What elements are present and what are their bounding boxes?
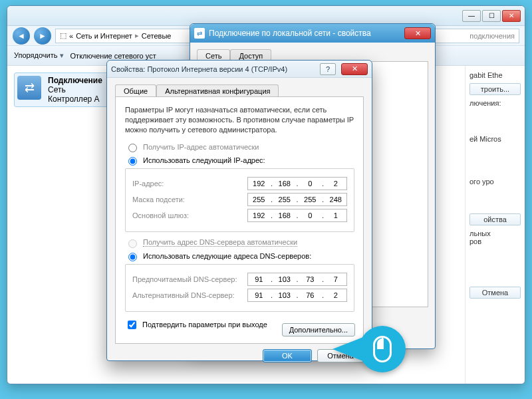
ip-group: IP-адрес: 192. 168. 0. 2 Маска подсети: … <box>125 168 354 232</box>
close-button[interactable]: ✕ <box>341 63 368 75</box>
text-fragment: льных ров <box>469 229 521 245</box>
field-label: Маска подсети: <box>132 196 242 203</box>
radio-label: Получить адрес DNS-сервера автоматически <box>143 238 297 247</box>
radio-label: Использовать следующие адреса DNS-сервер… <box>143 252 311 260</box>
dns-manual-radio[interactable] <box>128 253 137 261</box>
text-fragment: ей Micros <box>469 135 521 143</box>
field-label: Основной шлюз: <box>132 211 242 219</box>
text-fragment: ого уро <box>469 178 521 186</box>
network-icon: ⇄ <box>194 28 205 39</box>
disable-device-button[interactable]: Отключение сетевого уст <box>70 52 156 60</box>
connection-line: Контроллер A <box>48 94 102 104</box>
gateway-input[interactable]: 192. 168. 0. 1 <box>247 209 347 222</box>
dialog-titlebar[interactable]: ⇄ Подключение по локальной сети - свойст… <box>190 24 435 43</box>
text-fragment: gabit Ethe <box>469 71 521 79</box>
dialog-title: Свойства: Протокол Интернета версии 4 (T… <box>111 65 287 73</box>
forward-button[interactable]: ► <box>34 27 51 45</box>
radio-label: Получить IP-адрес автоматически <box>143 143 259 151</box>
configure-button[interactable]: троить... <box>469 83 521 95</box>
dns-group: Предпочитаемый DNS-сервер: 91. 103. 73. … <box>125 264 354 312</box>
maximize-button[interactable]: ☐ <box>482 10 501 22</box>
tabs: Общие Альтернативная конфигурация <box>115 84 364 97</box>
field-label: Альтернативный DNS-сервер: <box>132 291 242 299</box>
connection-line: Сеть <box>48 85 102 94</box>
tab-panel: Параметры IP могут назначаться автоматич… <box>115 96 364 344</box>
mouse-icon <box>373 336 392 362</box>
right-pane-fragment: gabit Ethe троить... лючения: ей Micros … <box>465 66 525 384</box>
ok-button[interactable]: OK <box>263 349 312 362</box>
tab-alt-config[interactable]: Альтернативная конфигурация <box>156 84 279 97</box>
validate-checkbox[interactable] <box>128 321 136 329</box>
field-label: IP-адрес: <box>132 180 242 188</box>
checkbox-label: Подтвердить параметры при выходе <box>142 321 267 329</box>
preferred-dns-input[interactable]: 91. 103. 73. 7 <box>247 273 347 286</box>
ip-manual-radio[interactable] <box>128 157 137 166</box>
cancel-button[interactable]: Отмена <box>469 287 521 299</box>
ip-auto-radio[interactable] <box>128 144 137 152</box>
ipv4-properties-dialog: Свойства: Протокол Интернета версии 4 (T… <box>106 60 372 361</box>
ip-address-input[interactable]: 192. 168. 0. 2 <box>247 177 347 190</box>
field-label: Предпочитаемый DNS-сервер: <box>132 275 242 283</box>
tab-general[interactable]: Общие <box>115 84 156 97</box>
minimize-button[interactable]: — <box>462 10 481 22</box>
description-text: Параметры IP могут назначаться автоматич… <box>125 105 354 135</box>
text-fragment: лючения: <box>469 99 521 107</box>
subnet-mask-input[interactable]: 255. 255. 255. 248 <box>247 193 347 206</box>
network-icon: ⬚ <box>60 31 66 40</box>
dns-auto-radio <box>128 239 137 248</box>
back-button[interactable]: ◄ <box>13 27 30 45</box>
alt-dns-input[interactable]: 91. 103. 76. 2 <box>247 289 347 302</box>
dialog-title: Подключение по локальной сети - свойства <box>209 29 371 38</box>
close-button[interactable]: ✕ <box>502 10 521 22</box>
breadcrumb-seg[interactable]: Сеть и Интернет <box>76 32 132 40</box>
radio-label: Использовать следующий IP-адрес: <box>143 156 265 164</box>
breadcrumb-hint: подключения <box>469 32 515 40</box>
organize-menu[interactable]: Упорядочить <box>14 51 64 60</box>
click-hint-overlay <box>332 326 406 372</box>
help-button[interactable]: ? <box>320 63 336 75</box>
network-adapter-icon: ⇄ <box>17 76 41 100</box>
breadcrumb-seg[interactable]: Сетевые <box>142 32 172 40</box>
properties-button[interactable]: ойства <box>469 213 521 225</box>
close-button[interactable]: ✕ <box>404 27 431 39</box>
dialog-titlebar[interactable]: Свойства: Протокол Интернета версии 4 (T… <box>107 61 372 78</box>
connection-title: Подключение <box>48 76 102 85</box>
